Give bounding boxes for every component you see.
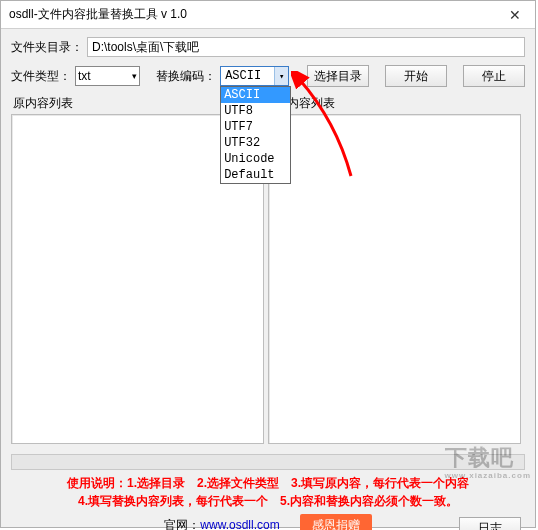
encoding-option-default[interactable]: Default (221, 167, 290, 183)
progress-bar (11, 454, 525, 470)
file-type-label: 文件类型： (11, 68, 71, 85)
app-window: osdll-文件内容批量替换工具 v 1.0 ✕ 文件夹目录： 文件类型： tx… (0, 0, 536, 528)
encoding-select[interactable]: ASCII ▾ ASCII UTF8 UTF7 UTF32 Unicode De… (220, 66, 289, 86)
chevron-down-icon: ▾ (274, 67, 288, 85)
donate-button[interactable]: 感恩捐赠 (300, 514, 372, 530)
select-dir-button[interactable]: 选择目录 (307, 65, 369, 87)
footer: 官网：www.osdll.com 感恩捐赠 日志 (1, 510, 535, 530)
window-title: osdll-文件内容批量替换工具 v 1.0 (9, 6, 187, 23)
original-list-label: 原内容列表 (13, 95, 73, 112)
stop-button[interactable]: 停止 (463, 65, 525, 87)
encoding-dropdown: ASCII UTF8 UTF7 UTF32 Unicode Default (220, 86, 291, 184)
start-button[interactable]: 开始 (385, 65, 447, 87)
content-area: 文件夹目录： 文件类型： txt ▾ 替换编码： ASCII ▾ ASCII U… (1, 29, 535, 448)
options-row: 文件类型： txt ▾ 替换编码： ASCII ▾ ASCII UTF8 UTF… (11, 65, 525, 87)
file-type-value: txt (78, 69, 91, 83)
instructions-line2: 4.填写替换内容列表，每行代表一个 5.内容和替换内容必须个数一致。 (9, 492, 527, 510)
encoding-option-ascii[interactable]: ASCII (221, 87, 290, 103)
encoding-value: ASCII (225, 69, 261, 83)
folder-row: 文件夹目录： (11, 37, 525, 57)
instructions: 使用说明：1.选择目录 2.选择文件类型 3.填写原内容，每行代表一个内容 4.… (1, 472, 535, 510)
encoding-option-utf7[interactable]: UTF7 (221, 119, 290, 135)
site-link[interactable]: www.osdll.com (200, 518, 279, 530)
instructions-line1: 使用说明：1.选择目录 2.选择文件类型 3.填写原内容，每行代表一个内容 (9, 474, 527, 492)
titlebar: osdll-文件内容批量替换工具 v 1.0 ✕ (1, 1, 535, 29)
encoding-option-utf32[interactable]: UTF32 (221, 135, 290, 151)
close-icon[interactable]: ✕ (503, 5, 527, 25)
file-type-select[interactable]: txt ▾ (75, 66, 140, 86)
site-label: 官网： (164, 518, 200, 530)
replace-content-listbox[interactable] (268, 114, 521, 444)
encoding-option-utf8[interactable]: UTF8 (221, 103, 290, 119)
site-label-wrap: 官网：www.osdll.com (164, 517, 279, 530)
log-button[interactable]: 日志 (459, 517, 521, 530)
chevron-down-icon: ▾ (132, 71, 137, 81)
encoding-label: 替换编码： (156, 68, 216, 85)
encoding-option-unicode[interactable]: Unicode (221, 151, 290, 167)
folder-path-input[interactable] (87, 37, 525, 57)
folder-dir-label: 文件夹目录： (11, 39, 83, 56)
